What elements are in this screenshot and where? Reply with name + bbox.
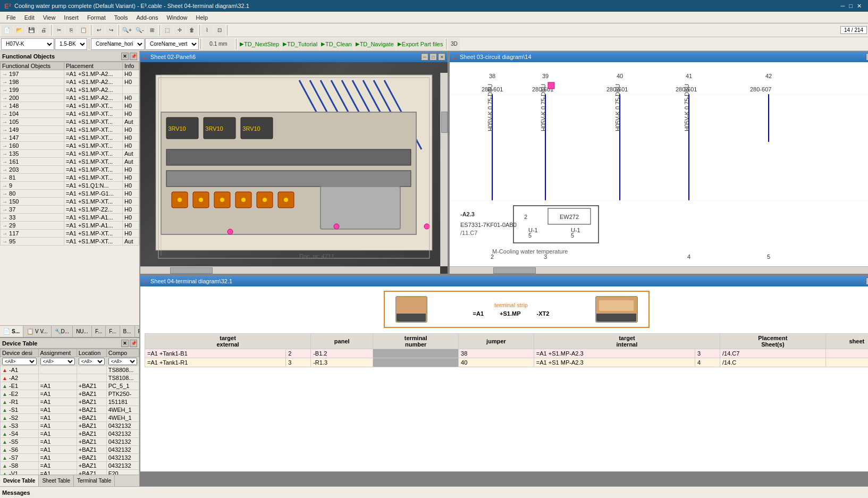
fo-tab-nu[interactable]: NU... [73, 326, 92, 337]
fo-close-btn[interactable]: ✕ [121, 53, 129, 60]
panel-close-btn[interactable]: ✕ [438, 53, 445, 61]
fo-row-203[interactable]: → 203 =A1 +S1.MP-XT... H0 [1, 166, 139, 174]
undo-btn[interactable]: ↩ [93, 24, 105, 36]
fo-row-161[interactable]: → 161 =A1 +S1.MP-XT... Aut [1, 158, 139, 166]
td-tutorial[interactable]: ▶ TD_Tutorial [281, 38, 319, 50]
circuit-scroll-h[interactable] [450, 266, 868, 274]
dt-row--S1[interactable]: ▲ -S1 =A1 +BAZ1 4WEH_1 [1, 406, 139, 414]
delete-btn[interactable]: 🗑 [186, 24, 198, 36]
dt-row--A2[interactable]: ▲ -A2 TS8108... [1, 374, 139, 382]
move-btn[interactable]: ✛ [174, 24, 186, 36]
tab-device-table[interactable]: Device Table [0, 475, 39, 486]
paste-btn[interactable]: 📋 [78, 24, 89, 36]
fo-tab-b[interactable]: B... [120, 326, 135, 337]
panel-maximize-btn[interactable]: □ [429, 53, 437, 61]
maximize-btn[interactable]: □ [847, 3, 855, 9]
dt-filter-device[interactable]: <All> [1, 357, 39, 366]
fo-tab-f[interactable]: F... [92, 326, 106, 337]
fo-tab-p1[interactable]: P... [135, 326, 139, 337]
zoom-out-btn[interactable]: 🔍- [134, 24, 146, 36]
menu-window[interactable]: Window [162, 13, 191, 22]
fo-pin-btn[interactable]: 📌 [130, 53, 137, 60]
dt-close-btn[interactable]: ✕ [121, 340, 129, 347]
fo-row-105[interactable]: → 105 =A1 +S1.MP-XT... Aut [1, 118, 139, 126]
td-navigate[interactable]: ▶ TD_Navigate [354, 38, 395, 50]
td-clean[interactable]: ▶ TD_Clean [319, 38, 353, 50]
terminal-minimize-btn[interactable]: ─ [866, 277, 868, 285]
fo-row-95[interactable]: → 95 =A1 +S1.MP-XT... Aut [1, 238, 139, 246]
fo-row-33[interactable]: → 33 =A1 +S1.MP-A1... H0 [1, 214, 139, 222]
fo-row-135[interactable]: → 135 =A1 +S1.MP-XT... Aut [1, 150, 139, 158]
panel-scroll-h[interactable] [140, 266, 440, 274]
new-btn[interactable]: 📄 [1, 24, 13, 36]
fo-row-104[interactable]: → 104 =A1 +S1.MP-XT... H0 [1, 110, 139, 118]
dt-row--S3[interactable]: ▲ -S3 =A1 +BAZ1 0432132 [1, 422, 139, 430]
copy-btn[interactable]: ⎘ [65, 24, 77, 36]
dt-row--S7[interactable]: ▲ -S7 =A1 +BAZ1 0432132 [1, 454, 139, 462]
fo-row-197[interactable]: → 197 =A1 +S1.MP-A2... H0 [1, 70, 139, 78]
fo-row-150[interactable]: → 150 =A1 +S1.MP-XT... H0 [1, 198, 139, 206]
close-btn[interactable]: ✕ [855, 3, 864, 10]
menu-view[interactable]: View [39, 13, 60, 22]
tab-sheet-table[interactable]: Sheet Table [39, 475, 74, 486]
fo-row-37[interactable]: → 37 =A1 +S1.MP-Z2... H0 [1, 206, 139, 214]
fo-row-117[interactable]: → 117 =A1 +S1.MP-XT... H0 [1, 230, 139, 238]
core-name-v-dropdown[interactable]: CoreName_vert [145, 38, 199, 50]
fo-tab-s[interactable]: 📄S... [0, 326, 23, 337]
dt-row--S8[interactable]: ▲ -S8 =A1 +BAZ1 0432132 [1, 462, 139, 470]
menu-insert[interactable]: Insert [60, 13, 83, 22]
cut-btn[interactable]: ✂ [53, 24, 65, 36]
dt-row--V1[interactable]: ▲ -V1 =A1 +BAZ1 F20 [1, 470, 139, 475]
td-nextstep[interactable]: ▶ TD_NextStep [238, 38, 281, 50]
save-btn[interactable]: 💾 [26, 24, 37, 36]
fo-row-29[interactable]: → 29 =A1 +S1.MP-A1... H0 [1, 222, 139, 230]
wire-size-dropdown[interactable]: 1.5-BK [55, 38, 87, 50]
menu-tools[interactable]: Tools [110, 13, 132, 22]
dt-row--A1[interactable]: ▲ -A1 TS8808... [1, 366, 139, 374]
dt-pin-btn[interactable]: 📌 [130, 340, 137, 347]
dt-row--E2[interactable]: ▲ -E2 =A1 +BAZ1 PTK250- [1, 390, 139, 398]
fo-row-200[interactable]: → 200 =A1 +S1.MP-A2... H0 [1, 94, 139, 102]
fo-tab-v[interactable]: 📋V V... [23, 326, 52, 337]
fo-row-148[interactable]: → 148 =A1 +S1.MP-XT... H0 [1, 102, 139, 110]
dt-filter-location[interactable]: <All> [77, 357, 106, 366]
dt-row--R1[interactable]: ▲ -R1 =A1 +BAZ1 151181 [1, 398, 139, 406]
tab-terminal-table[interactable]: Terminal Table [74, 475, 115, 486]
panel-scroll-v[interactable] [440, 73, 448, 266]
fo-row-198[interactable]: → 198 =A1 +S1.MP-A2... H0 [1, 78, 139, 86]
export-parts[interactable]: ▶ Export Part files [396, 38, 445, 50]
fo-row-199[interactable]: → 199 =A1 +S1.MP-A2... [1, 86, 139, 94]
dim-select[interactable]: 0.1 mm [203, 38, 234, 50]
fo-row-80[interactable]: → 80 =A1 +S1.MP-G1... H0 [1, 190, 139, 198]
minimize-btn[interactable]: ─ [839, 3, 847, 9]
component-btn[interactable]: ⊡ [214, 24, 225, 36]
menu-edit[interactable]: Edit [20, 13, 39, 22]
menu-help[interactable]: Help [192, 13, 213, 22]
dt-row--S5[interactable]: ▲ -S5 =A1 +BAZ1 0432132 [1, 438, 139, 446]
menu-file[interactable]: File [2, 13, 20, 22]
wire-type-dropdown[interactable]: H07V-K [1, 38, 54, 50]
fo-row-81[interactable]: → 81 =A1 +S1.MP-XT... H0 [1, 174, 139, 182]
dt-row--S4[interactable]: ▲ -S4 =A1 +BAZ1 0432132 [1, 430, 139, 438]
fo-row-160[interactable]: → 160 =A1 +S1.MP-XT... H0 [1, 142, 139, 150]
fo-tab-fe[interactable]: F... [106, 326, 120, 337]
dt-filter-component[interactable]: <All> [106, 357, 139, 366]
fo-row-149[interactable]: → 149 =A1 +S1.MP-XT... H0 [1, 126, 139, 134]
dt-row--S2[interactable]: ▲ -S2 =A1 +BAZ1 4WEH_1 [1, 414, 139, 422]
dt-row--S6[interactable]: ▲ -S6 =A1 +BAZ1 0432132 [1, 446, 139, 454]
core-name-h-dropdown[interactable]: CoreName_hori [91, 38, 145, 50]
panel-minimize-btn[interactable]: ─ [421, 53, 428, 61]
dt-filter-assign[interactable]: <All> [38, 357, 77, 366]
print-btn[interactable]: 🖨 [38, 24, 49, 36]
redo-btn[interactable]: ↪ [105, 24, 117, 36]
menu-addons[interactable]: Add-ons [132, 13, 162, 22]
fo-tab-d[interactable]: 🔧D... [52, 326, 73, 337]
wire-btn[interactable]: ⌇ [201, 24, 213, 36]
zoom-fit-btn[interactable]: ⊞ [146, 24, 158, 36]
zoom-in-btn[interactable]: 🔍+ [121, 24, 133, 36]
fo-row-9[interactable]: → 9 =A1 +S1.Q1:N... H0 [1, 182, 139, 190]
open-btn[interactable]: 📂 [13, 24, 25, 36]
fo-row-147[interactable]: → 147 =A1 +S1.MP-XT... H0 [1, 134, 139, 142]
menu-format[interactable]: Format [83, 13, 110, 22]
select-btn[interactable]: ⬚ [162, 24, 173, 36]
